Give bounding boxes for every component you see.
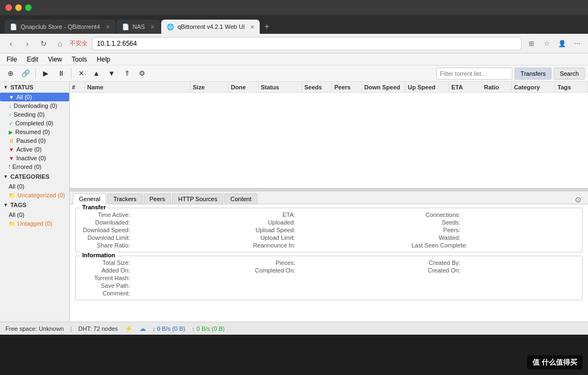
reload-button[interactable]: ↻ — [37, 37, 50, 50]
col-up-speed[interactable]: Up Speed — [406, 82, 449, 92]
sidebar-item-errored[interactable]: ! Errored (0) — [0, 162, 69, 171]
sidebar-label-paused: Paused (0) — [16, 137, 46, 144]
menu-view[interactable]: View — [44, 54, 66, 65]
add-torrent-button[interactable]: ⊕ — [3, 67, 17, 80]
sidebar-item-all[interactable]: ▼ All (0) — [0, 93, 69, 101]
tab-qbittorrent[interactable]: 🌐 qBittorrent v4.2.1 Web UI ✕ — [161, 20, 260, 34]
label-share-ratio: Share Ratio: — [81, 242, 130, 249]
menu-edit[interactable]: Edit — [22, 54, 42, 65]
field-total-size: Total Size: — [81, 259, 246, 266]
label-upload-limit: Upload Limit: — [246, 234, 295, 241]
details-tab-bar: General Trackers Peers HTTP Sources Cont… — [70, 191, 588, 204]
transfer-fields: Time Active: ETA: Connections: Down — [81, 211, 577, 249]
field-comment: Comment: — [81, 290, 577, 297]
col-peers[interactable]: Peers — [332, 82, 362, 92]
sidebar-item-completed[interactable]: ✓ Completed (0) — [0, 119, 69, 128]
menu-file[interactable]: File — [2, 54, 21, 65]
tags-section-label: TAGS — [10, 202, 27, 208]
menu-button[interactable]: ⋯ — [571, 37, 584, 50]
errored-icon: ! — [9, 164, 10, 170]
col-category[interactable]: Category — [512, 82, 555, 92]
forward-button[interactable]: › — [21, 37, 34, 50]
filter-input[interactable] — [436, 68, 512, 80]
tab-icon-qnapclub: 📄 — [10, 23, 17, 31]
sidebar-item-uncategorized[interactable]: 📁 Uncategorized (0) — [0, 191, 69, 199]
profile-button[interactable]: 👤 — [555, 37, 568, 50]
sidebar-item-seeding[interactable]: ↑ Seeding (0) — [0, 110, 69, 119]
free-space-label: Free space: Unknown — [5, 325, 64, 332]
tab-label-qnapclub: Qnapclub Store - QBittorrent4 — [21, 23, 100, 30]
tab-qnapclub[interactable]: 📄 Qnapclub Store - QBittorrent4 ✕ — [4, 20, 115, 34]
col-name[interactable]: Name — [85, 82, 191, 92]
search-button[interactable]: Search — [554, 68, 585, 80]
tab-close-nas[interactable]: ✕ — [150, 24, 155, 30]
move-up-button[interactable]: ▲ — [89, 67, 103, 80]
field-wasted: Wasted: — [412, 234, 577, 241]
col-number[interactable]: # — [70, 82, 85, 92]
tab-general[interactable]: General — [73, 193, 106, 204]
status-arrow: ▼ — [3, 84, 8, 90]
transfers-button[interactable]: Transfers — [514, 68, 552, 80]
address-bar: ‹ › ↻ ⌂ 不安全 ⊞ ☆ 👤 ⋯ — [0, 34, 588, 53]
col-ratio[interactable]: Ratio — [482, 82, 512, 92]
tab-close-qnapclub[interactable]: ✕ — [106, 24, 110, 30]
close-button[interactable] — [5, 4, 12, 11]
move-down-button[interactable]: ▼ — [105, 67, 119, 80]
tab-close-qbittorrent[interactable]: ✕ — [250, 24, 254, 30]
col-eta[interactable]: ETA — [449, 82, 482, 92]
col-status[interactable]: Status — [259, 82, 302, 92]
sidebar-item-untagged[interactable]: 📁 Untagged (0) — [0, 219, 69, 228]
categories-section-header[interactable]: ▼ CATEGORIES — [0, 171, 69, 182]
label-comment: Comment: — [81, 290, 130, 297]
home-button[interactable]: ⌂ — [53, 37, 66, 50]
maximize-button[interactable] — [25, 4, 32, 11]
menu-tools[interactable]: Tools — [68, 54, 91, 65]
up-speed-label: ↑ 0 B/s (0 B) — [192, 325, 225, 332]
details-expand-icon[interactable]: ⊙ — [572, 195, 585, 204]
toolbar-separator-2 — [71, 68, 71, 79]
toolbar-separator-1 — [35, 68, 36, 79]
sidebar-item-paused[interactable]: ⏸ Paused (0) — [0, 136, 69, 145]
address-input[interactable] — [92, 37, 522, 50]
delete-button[interactable]: ✕ — [74, 67, 88, 80]
col-seeds[interactable]: Seeds — [302, 82, 332, 92]
field-pieces: Pieces: — [246, 259, 411, 266]
sidebar-item-resumed[interactable]: ▶ Resumed (0) — [0, 128, 69, 136]
all-icon: ▼ — [9, 94, 14, 100]
sidebar-item-inactive[interactable]: ▼ Inactive (0) — [0, 154, 69, 162]
back-button[interactable]: ‹ — [4, 37, 17, 50]
status-section-header[interactable]: ▼ STATUS — [0, 82, 69, 93]
menu-help[interactable]: Help — [93, 54, 115, 65]
tab-peers[interactable]: Peers — [144, 193, 171, 204]
field-last-seen: Last Seen Complete: — [412, 242, 577, 249]
label-total-size: Total Size: — [81, 259, 130, 266]
col-done[interactable]: Done — [229, 82, 259, 92]
bookmark-button[interactable]: ☆ — [540, 37, 553, 50]
tab-http-sources[interactable]: HTTP Sources — [172, 193, 223, 204]
pause-button[interactable]: ⏸ — [54, 67, 68, 80]
add-link-button[interactable]: 🔗 — [19, 67, 33, 80]
new-tab-button[interactable]: + — [261, 20, 272, 34]
sidebar-item-downloading[interactable]: ↓ Downloading (0) — [0, 101, 69, 110]
sidebar-item-tags-all[interactable]: All (0) — [0, 210, 69, 219]
col-size[interactable]: Size — [191, 82, 229, 92]
minimize-button[interactable] — [15, 4, 22, 11]
tab-content[interactable]: Content — [224, 193, 258, 204]
label-created-by: Created By: — [412, 259, 461, 266]
tab-nas[interactable]: 📄 NAS ✕ — [117, 20, 161, 34]
col-down-speed[interactable]: Down Speed — [362, 82, 406, 92]
settings-button[interactable]: ⚙ — [135, 67, 149, 80]
move-top-button[interactable]: ⇑ — [120, 67, 134, 80]
sidebar-item-active[interactable]: ▼ Active (0) — [0, 145, 69, 154]
field-reannounce: Reannounce In: — [246, 242, 411, 249]
tab-trackers[interactable]: Trackers — [107, 193, 142, 204]
resume-button[interactable]: ▶ — [39, 67, 53, 80]
tags-section-header[interactable]: ▼ TAGS — [0, 199, 69, 210]
field-peers: Peers: — [412, 227, 577, 233]
security-label: 不安全 — [70, 39, 88, 47]
col-tags[interactable]: Tags — [555, 82, 588, 92]
cloud-icon: ☁ — [139, 325, 146, 332]
sidebar-item-categories-all[interactable]: All (0) — [0, 182, 69, 191]
extensions-button[interactable]: ⊞ — [525, 37, 538, 50]
sidebar-label-untagged: Untagged (0) — [17, 220, 52, 227]
